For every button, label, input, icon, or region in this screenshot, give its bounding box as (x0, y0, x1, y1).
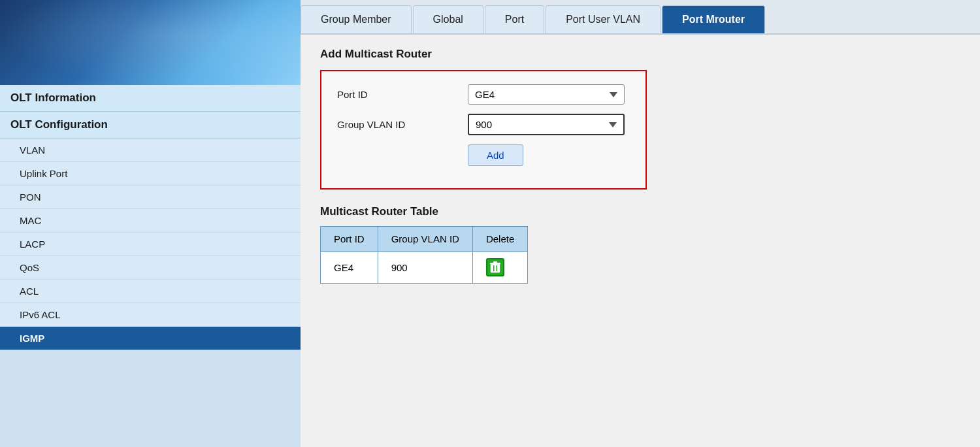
tab-bar: Group Member Global Port Port User VLAN … (301, 0, 980, 35)
tab-port[interactable]: Port (485, 5, 544, 33)
add-multicast-router-title: Add Multicast Router (320, 48, 960, 61)
cell-port-id: GE4 (321, 252, 378, 284)
svg-rect-0 (491, 264, 500, 273)
trash-icon (486, 258, 504, 276)
port-id-label: Port ID (337, 89, 468, 100)
sidebar: OLT Information OLT Configuration VLAN U… (0, 0, 301, 447)
svg-rect-1 (493, 265, 495, 271)
col-delete: Delete (472, 227, 527, 252)
sidebar-item-pon[interactable]: PON (0, 186, 301, 209)
add-button[interactable]: Add (468, 144, 523, 166)
multicast-router-table-title: Multicast Router Table (320, 205, 960, 218)
tab-port-mrouter[interactable]: Port Mrouter (662, 5, 765, 33)
port-id-row: Port ID GE1 GE2 GE3 GE4 GE5 GE6 GE7 GE8 (337, 84, 630, 105)
sidebar-section-olt-configuration: OLT Configuration (0, 112, 301, 139)
sidebar-nav: OLT Information OLT Configuration VLAN U… (0, 85, 301, 447)
table-row: GE4 900 (321, 252, 528, 284)
delete-button[interactable] (486, 258, 504, 276)
sidebar-banner (0, 0, 301, 85)
sidebar-item-lacp[interactable]: LACP (0, 233, 301, 256)
col-group-vlan-id: Group VLAN ID (378, 227, 472, 252)
sidebar-item-igmp[interactable]: IGMP (0, 327, 301, 350)
content-area: Add Multicast Router Port ID GE1 GE2 GE3… (301, 35, 980, 447)
tab-port-user-vlan[interactable]: Port User VLAN (546, 5, 661, 33)
svg-rect-2 (496, 265, 497, 271)
sidebar-item-vlan[interactable]: VLAN (0, 139, 301, 162)
add-button-row: Add (337, 144, 630, 166)
cell-delete (472, 252, 527, 284)
tab-group-member[interactable]: Group Member (301, 5, 412, 33)
sidebar-item-uplink-port[interactable]: Uplink Port (0, 162, 301, 186)
add-multicast-router-form: Port ID GE1 GE2 GE3 GE4 GE5 GE6 GE7 GE8 … (320, 70, 647, 190)
sidebar-item-mac[interactable]: MAC (0, 209, 301, 233)
port-id-select[interactable]: GE1 GE2 GE3 GE4 GE5 GE6 GE7 GE8 (468, 84, 625, 105)
svg-rect-4 (493, 261, 497, 263)
main-content: Group Member Global Port Port User VLAN … (301, 0, 980, 447)
multicast-router-table: Port ID Group VLAN ID Delete GE4 900 (320, 226, 528, 284)
group-vlan-id-row: Group VLAN ID 100 200 300 400 500 600 70… (337, 114, 630, 135)
group-vlan-id-label: Group VLAN ID (337, 119, 468, 130)
sidebar-section-olt-information: OLT Information (0, 85, 301, 112)
sidebar-item-ipv6-acl[interactable]: IPv6 ACL (0, 303, 301, 327)
cell-group-vlan-id: 900 (378, 252, 472, 284)
sidebar-item-acl[interactable]: ACL (0, 280, 301, 303)
col-port-id: Port ID (321, 227, 378, 252)
sidebar-item-qos[interactable]: QoS (0, 256, 301, 280)
tab-global[interactable]: Global (413, 5, 483, 33)
group-vlan-id-select[interactable]: 100 200 300 400 500 600 700 800 900 1000 (468, 114, 625, 135)
